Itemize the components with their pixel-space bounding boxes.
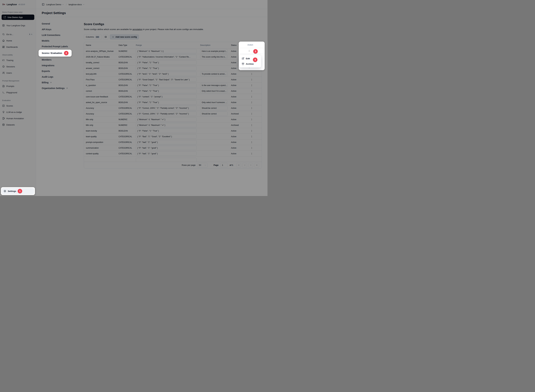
keyboard-shortcut-badge: ⌘ K <box>28 33 34 36</box>
page-header: Project Settings <box>36 9 268 17</box>
score-data-type: BOOLEAN <box>117 67 134 69</box>
description-value-box: Is the user message a quest... <box>200 83 227 87</box>
breadcrumb-org[interactable]: Langfuse Demo <box>46 3 64 6</box>
sidebar-item-scores[interactable]: Scores <box>0 103 36 108</box>
breadcrumb-project[interactable]: langfuse-docs <box>68 3 84 6</box>
action-row-1: 3 <box>239 48 265 54</box>
panel-toggle-button[interactable] <box>42 3 45 6</box>
table-row: AccuracyCATEGORICAL{ "0": "Correct, 100%… <box>84 105 262 111</box>
range-value-box <box>136 158 197 162</box>
orgs-link-label: Your Langfuse Orgs <box>6 24 25 27</box>
previous-page-button[interactable] <box>242 163 247 168</box>
score-name: summarization <box>84 147 117 149</box>
settings-nav-organization-settings[interactable]: Organization Settings <box>42 86 68 91</box>
range-value-box: { "Minimum": 0, "Maximum": "∞" } <box>136 117 197 121</box>
plus-icon <box>112 36 114 38</box>
row-actions-button[interactable] <box>250 73 253 75</box>
first-page-button[interactable] <box>236 163 241 168</box>
settings-nav-scores-evaluation[interactable]: Scores / Evaluation2 <box>39 50 72 56</box>
sidebar-item-label: Human Annotation <box>6 117 24 120</box>
row-actions-button[interactable] <box>250 90 253 92</box>
table-row: prompt-compositionCATEGORICAL{ "0": "bad… <box>84 140 262 145</box>
description-value-box: Only select true if someone ... <box>200 100 227 104</box>
page-of-label: of 1 <box>230 164 233 166</box>
settings-nav-general[interactable]: General <box>42 21 50 26</box>
edit-icon <box>242 57 244 60</box>
step-badge-1: 1 <box>18 189 22 193</box>
settings-nav-billing[interactable]: Billing <box>42 80 52 85</box>
sidebar-item-sessions[interactable]: Sessions <box>0 64 36 69</box>
score-data-type: BOOLEAN <box>117 130 134 132</box>
clock-icon <box>2 65 5 68</box>
columns-button[interactable]: Columns 6/8 <box>84 34 102 40</box>
menu-item-archive[interactable]: Archive <box>240 61 260 66</box>
row-actions-button[interactable] <box>250 95 253 98</box>
section-description: Score configs define which scores are av… <box>84 28 262 31</box>
row-actions-button[interactable] <box>250 107 253 109</box>
use-demo-app-button[interactable]: Use Demo App <box>2 14 34 20</box>
row-actions-button[interactable] <box>250 141 253 144</box>
row-actions-button[interactable] <box>250 147 253 149</box>
chevron-down-icon <box>204 164 206 166</box>
pagination-bar: Rows per page 50 Page 1 of 1 <box>84 162 262 168</box>
rows-per-page-select[interactable]: 50 <box>197 163 208 168</box>
description-value-box: Only select true if it is exact... <box>200 89 227 93</box>
table-row: 2025-08-27_Failure-ModesCATEGORICAL{ "0"… <box>84 54 262 60</box>
action-column-header: Action <box>239 42 265 48</box>
sidebar-item-home[interactable]: Home <box>0 38 36 43</box>
sidebar-item-llm-as-a-judge[interactable]: LLM-as-a-Judge <box>0 110 36 115</box>
sidebar-item-dashboards[interactable]: Dashboards <box>0 44 36 49</box>
kebab-menu-icon <box>250 90 253 92</box>
sidebar-item-tracing[interactable]: Tracing <box>0 58 36 63</box>
settings-nav-protected-prompt-labels[interactable]: Protected Prompt Labels <box>42 44 68 49</box>
sidebar-item-users[interactable]: Users <box>0 70 36 75</box>
last-page-button[interactable] <box>254 163 259 168</box>
next-page-button[interactable] <box>248 163 253 168</box>
score-data-type: CATEGORICAL <box>117 113 134 115</box>
settings-nav-members[interactable]: Members <box>42 57 51 62</box>
settings-nav-label: Scores / Evaluation <box>42 52 62 54</box>
sidebar-item-label: Datasets <box>6 124 15 126</box>
sidebar-item-orgs[interactable]: Your Langfuse Orgs <box>0 23 36 28</box>
row-actions-button[interactable] <box>250 130 253 132</box>
row-actions-button[interactable] <box>250 135 253 138</box>
status-text: Active <box>229 107 240 109</box>
settings-nav-integrations[interactable]: Integrations <box>42 63 54 68</box>
row-actions-button[interactable] <box>250 152 253 155</box>
table-row: context-qualityCATEGORICAL{ "0": "bad", … <box>84 151 262 156</box>
section-title: Score Configs <box>84 23 262 26</box>
page-number-input[interactable]: 1 <box>221 163 228 168</box>
settings-nav-exports[interactable]: Exports <box>42 69 50 74</box>
sidebar-item-playground[interactable]: Playground <box>0 90 36 95</box>
range-value-box: { "Minimum": 0, "Maximum": "∞" } <box>136 123 197 127</box>
settings-nav-audit-logs[interactable]: Audit Logs <box>42 74 53 79</box>
range-value-box: { "0": "bad", "1": "good" } <box>136 140 197 144</box>
row-actions-button[interactable] <box>250 101 253 104</box>
settings-nav-llm-connections[interactable]: LLM Connections <box>42 33 60 38</box>
row-actions-button[interactable] <box>250 124 253 126</box>
row-actions-button[interactable] <box>248 50 250 52</box>
chevrons-left-icon <box>238 164 240 166</box>
sidebar-item-human-annotation[interactable]: Human Annotation <box>0 116 36 121</box>
description-value-box: To provide context to annot... <box>200 72 227 76</box>
row-actions-button[interactable] <box>250 118 253 121</box>
row-actions-button[interactable] <box>250 112 253 115</box>
sidebar-item-go-to[interactable]: Go to...⌘ K <box>0 32 36 37</box>
score-data-type: CATEGORICAL <box>117 147 134 149</box>
sidebar-item-prompts[interactable]: Prompts <box>0 84 36 89</box>
sidebar-item-datasets[interactable]: Datasets <box>0 122 36 127</box>
settings-nav-models[interactable]: Models <box>42 38 49 43</box>
chevron-down-icon <box>83 4 85 5</box>
sidebar-item-label: Dashboards <box>6 46 18 48</box>
sidebar-item-settings[interactable]: Settings 1 <box>2 188 34 194</box>
row-actions-button[interactable] <box>250 78 253 81</box>
settings-nav-api-keys[interactable]: API Keys <box>42 27 51 32</box>
annotation-link[interactable]: annotation <box>132 28 142 31</box>
range-value-box: { "0": "Bad", "1": "Good", "2": "Excelle… <box>136 134 197 139</box>
terminal-icon <box>2 91 5 94</box>
row-height-button[interactable] <box>103 34 108 40</box>
description-value-box: Here is an example prompt l... <box>200 49 227 53</box>
add-score-config-button[interactable]: Add new score config <box>110 34 139 40</box>
sidebar-item-label: Scores <box>6 105 13 107</box>
row-actions-button[interactable] <box>250 84 253 87</box>
